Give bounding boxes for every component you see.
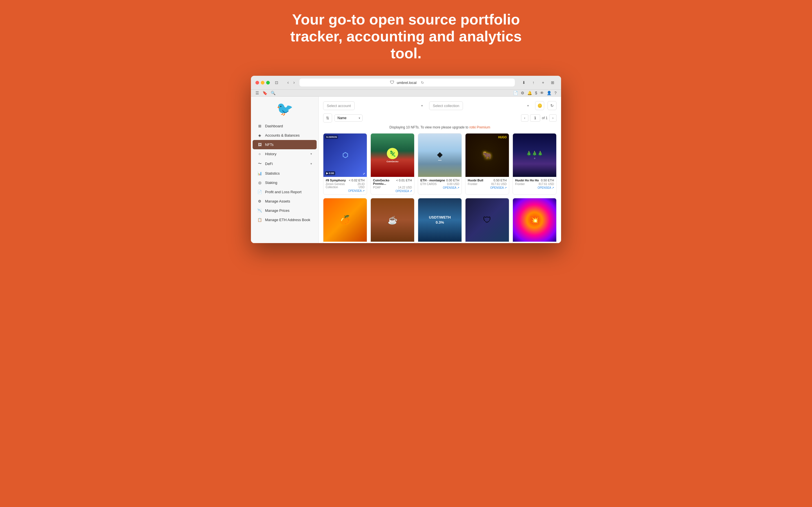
nft-name-row-1: #9 Symphony < 0.02 ETH	[326, 179, 364, 182]
nft-image-8: USDT/WETH0.3%	[418, 198, 462, 242]
doc-icon[interactable]: 📄	[513, 91, 518, 95]
notification-icon[interactable]: 🔔	[527, 91, 532, 95]
hamburger-icon[interactable]: ☰	[255, 91, 259, 95]
page-number-input[interactable]	[530, 114, 540, 122]
traffic-light-yellow[interactable]	[261, 81, 264, 84]
refresh-btn[interactable]: ↻	[548, 101, 557, 110]
history-chevron-icon: ▾	[310, 152, 312, 156]
back-button[interactable]: ‹	[286, 79, 290, 86]
next-page-btn[interactable]: ›	[549, 114, 557, 122]
sidebar-item-label-accounts: Accounts & Balances	[265, 133, 312, 137]
nft-price-2: < 0.01 ETH	[396, 179, 412, 182]
sidebar-toggle-icon[interactable]: ⊡	[273, 78, 281, 87]
nft-name-3: ETH - montaigne	[420, 179, 445, 182]
sidebar-item-manage-eth[interactable]: 📋 Manage ETH Address Book	[253, 215, 317, 224]
nft-name-5: Huobi Ho Ho Ho	[515, 179, 539, 182]
sidebar-item-label-manage-prices: Manage Prices	[265, 209, 312, 213]
nft-name-1: #9 Symphony	[326, 179, 346, 182]
sidebar-item-nfts[interactable]: 🖼 NFTs	[253, 140, 317, 149]
bookmark-icon[interactable]: 🔖	[262, 91, 267, 95]
download-icon[interactable]: ⬇	[520, 78, 528, 87]
nft-opensea-2[interactable]: OPENSEA ↗	[373, 189, 412, 193]
sidebar-item-dashboard[interactable]: ⊞ Dashboard	[253, 121, 317, 131]
tabs-icon[interactable]: ⊞	[549, 78, 557, 87]
nft-card-2[interactable]: 🦎 CoinGecko CoinGecko Premiu... < 0.01 E…	[370, 133, 414, 194]
nft-usd-3: 0.00 USD	[447, 182, 459, 186]
nft-card-10[interactable]: 💥	[513, 198, 557, 243]
nft-badge-1: N·ZERION	[325, 135, 338, 139]
search-icon[interactable]: 🔍	[271, 91, 275, 95]
nft-opensea-5[interactable]: OPENSEA ↗	[515, 186, 554, 189]
manage-assets-icon: ⚙	[257, 199, 262, 203]
dollar-icon[interactable]: $	[535, 91, 537, 95]
nft-opensea-4[interactable]: OPENSEA ↗	[468, 186, 507, 189]
nft-info-1: #9 Symphony < 0.02 ETH Zerion Genesis Co…	[323, 177, 367, 194]
new-tab-icon[interactable]: +	[539, 78, 547, 87]
help-icon[interactable]: ?	[554, 91, 557, 95]
sort-select[interactable]: Name	[335, 114, 363, 122]
nft-info-10	[513, 242, 556, 243]
nft-card-4[interactable]: 🐂 HUGO Huobi Bull 0.50 ETH Frontier 817.…	[465, 133, 509, 194]
reload-icon[interactable]: ↻	[421, 80, 424, 85]
sidebar-item-staking[interactable]: ◎ Staking	[253, 178, 317, 187]
nft-opensea-1[interactable]: OPENSEA ↗	[326, 189, 364, 192]
nft-collection-2: POAP	[373, 186, 381, 189]
nfts-icon: 🖼	[257, 143, 262, 147]
manage-eth-icon: 📋	[257, 218, 262, 222]
eye-icon[interactable]: 👁	[540, 91, 544, 95]
nft-card-3[interactable]: ◆ ETH - montaigne 0.00 ETH ETH CARDS 0.0…	[418, 133, 462, 194]
accounts-icon: ◈	[257, 133, 262, 137]
sidebar-item-defi[interactable]: 〜 DeFi ▾	[253, 159, 317, 169]
browser-toolbar: ☰ 🔖 🔍 📄 ⚙ 🔔 $ 👁 👤 ?	[251, 90, 561, 97]
nft-card-9[interactable]: 🛡	[465, 198, 509, 243]
nft-card-6[interactable]: 🍊	[323, 198, 367, 243]
nft-collection-1: Zerion Genesis Collection	[326, 182, 353, 189]
filter-icon-btn[interactable]: 🪙	[535, 101, 544, 110]
forward-button[interactable]: ›	[292, 79, 296, 86]
nft-image-2: 🦎 CoinGecko	[371, 133, 414, 177]
main-content: Select account Select collection 🪙 ↻ ⇅ N…	[319, 97, 561, 243]
prev-page-btn[interactable]: ‹	[521, 114, 528, 122]
nft-info-8	[418, 242, 462, 243]
play-btn-1[interactable]: ▶ 0:00	[325, 171, 335, 175]
manage-prices-icon: 📉	[257, 209, 262, 213]
nft-usd-1: 29.43 USD	[353, 182, 364, 189]
profile-icon[interactable]: 👤	[547, 91, 552, 95]
sidebar-item-label-manage-eth: Manage ETH Address Book	[265, 218, 312, 222]
premium-link[interactable]: rotki Premium	[469, 125, 490, 129]
settings-icon[interactable]: ⚙	[521, 91, 524, 95]
nav-buttons: ‹ ›	[286, 79, 297, 86]
nft-opensea-3[interactable]: OPENSEA ↗	[420, 186, 459, 189]
traffic-lights	[255, 81, 270, 84]
share-icon[interactable]: ↑	[529, 78, 538, 87]
traffic-light-green[interactable]	[266, 81, 270, 84]
nft-name-row-2: CoinGecko Premiu... < 0.01 ETH	[373, 179, 412, 185]
sidebar-item-manage-assets[interactable]: ⚙ Manage Assets	[253, 196, 317, 206]
account-select[interactable]: Select account	[323, 101, 355, 110]
logo-bird-icon: 🐦	[276, 101, 293, 117]
url-text: umbrel.local	[397, 80, 416, 85]
nft-collection-3: ETH CARDS	[420, 182, 437, 186]
sidebar-item-profit-loss[interactable]: 📄 Profit and Loss Report	[253, 187, 317, 196]
sidebar-item-label-dashboard: Dashboard	[265, 124, 312, 128]
orange-icon: 🍊	[340, 215, 351, 225]
app-logo: 🐦	[251, 101, 318, 121]
sidebar-item-history[interactable]: ○ History ▾	[253, 149, 317, 159]
hero-section: Your go-to open source portfolio tracker…	[279, 11, 533, 76]
nft-info-5: Huobi Ho Ho Ho 0.50 ETH Frontier 817.61 …	[513, 177, 556, 191]
mountain-line	[438, 160, 442, 161]
nft-card-1[interactable]: N·ZERION ⬡ ▶ 0:00 ⤢ #9 Symphony < 0.02 E…	[323, 133, 367, 194]
nft-image-5: 🎄🎄🎄 ❄	[513, 133, 556, 177]
sidebar-item-statistics[interactable]: 📊 Statistics	[253, 169, 317, 178]
collection-select[interactable]: Select collection	[429, 101, 463, 110]
nft-info-9	[465, 242, 509, 243]
nft-card-8[interactable]: USDT/WETH0.3%	[418, 198, 462, 243]
traffic-light-red[interactable]	[255, 81, 259, 84]
sidebar-item-label-defi: DeFi	[265, 162, 308, 166]
nft-card-7[interactable]: ☕	[370, 198, 414, 243]
sort-btn[interactable]: ⇅	[323, 114, 332, 122]
address-bar[interactable]: 🛡 umbrel.local ↻	[299, 78, 515, 87]
nft-card-5[interactable]: 🎄🎄🎄 ❄ Huobi Ho Ho Ho 0.50 ETH Frontier 8…	[513, 133, 557, 194]
sidebar-item-manage-prices[interactable]: 📉 Manage Prices	[253, 206, 317, 215]
sidebar-item-accounts-balances[interactable]: ◈ Accounts & Balances	[253, 131, 317, 140]
